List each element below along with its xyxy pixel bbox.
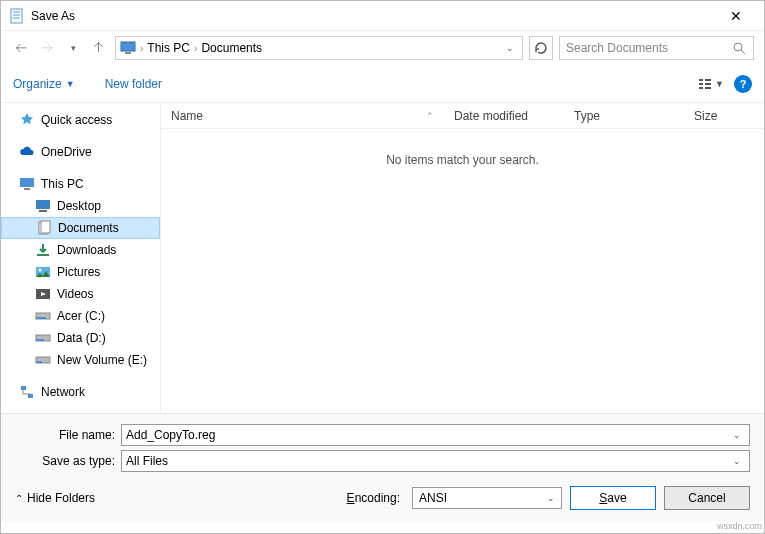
empty-message: No items match your search.: [161, 129, 764, 413]
svg-rect-20: [37, 254, 49, 256]
encoding-select[interactable]: ANSI ⌄: [412, 487, 562, 509]
svg-rect-8: [699, 79, 703, 81]
filename-label: File name:: [15, 428, 115, 442]
breadcrumb-folder[interactable]: Documents: [201, 41, 262, 55]
svg-rect-9: [699, 83, 703, 85]
svg-rect-13: [705, 87, 711, 89]
tree-downloads[interactable]: Downloads: [1, 239, 160, 261]
documents-icon: [36, 220, 52, 236]
svg-rect-12: [705, 83, 711, 85]
svg-rect-0: [11, 9, 22, 23]
svg-rect-16: [36, 200, 50, 209]
filename-dropdown-icon[interactable]: ⌄: [729, 430, 745, 440]
tree-desktop[interactable]: Desktop: [1, 195, 160, 217]
desktop-icon: [35, 198, 51, 214]
svg-rect-25: [36, 317, 46, 319]
filename-input[interactable]: [126, 428, 729, 442]
chevron-down-icon: ▼: [66, 79, 75, 89]
column-date[interactable]: Date modified: [444, 109, 564, 123]
pictures-icon: [35, 264, 51, 280]
hide-folders-button[interactable]: ⌃ Hide Folders: [15, 491, 95, 505]
pc-icon: [19, 176, 35, 192]
drive-icon: [35, 352, 51, 368]
organize-menu[interactable]: Organize ▼: [13, 77, 75, 91]
svg-rect-31: [28, 394, 33, 398]
encoding-dropdown-icon[interactable]: ⌄: [547, 493, 555, 503]
view-options-button[interactable]: ▼: [697, 76, 724, 92]
column-headers[interactable]: Name⌃ Date modified Type Size: [161, 103, 764, 129]
drive-icon: [35, 330, 51, 346]
forward-button[interactable]: 🡢: [37, 38, 57, 58]
navigation-tree[interactable]: Quick access OneDrive This PC Desktop Do…: [1, 103, 161, 413]
filetype-select[interactable]: All Files ⌄: [121, 450, 750, 472]
tree-this-pc[interactable]: This PC: [1, 173, 160, 195]
tree-drive-e[interactable]: New Volume (E:): [1, 349, 160, 371]
address-bar[interactable]: › This PC › Documents ⌄: [115, 36, 523, 60]
tree-quick-access[interactable]: Quick access: [1, 109, 160, 131]
up-button[interactable]: 🡡: [89, 38, 109, 58]
watermark: wsxdn.com: [717, 521, 762, 531]
sort-asc-icon: ⌃: [426, 111, 434, 121]
chevron-up-icon: ⌃: [15, 493, 23, 504]
tree-drive-c[interactable]: Acer (C:): [1, 305, 160, 327]
cancel-button[interactable]: Cancel: [664, 486, 750, 510]
column-type[interactable]: Type: [564, 109, 684, 123]
chevron-right-icon: ›: [192, 43, 199, 54]
svg-rect-29: [36, 361, 42, 363]
breadcrumb-root[interactable]: This PC: [147, 41, 190, 55]
downloads-icon: [35, 242, 51, 258]
cloud-icon: [19, 144, 35, 160]
svg-rect-15: [24, 188, 30, 190]
new-folder-button[interactable]: New folder: [105, 77, 162, 91]
svg-rect-4: [121, 42, 135, 51]
chevron-down-icon: ▼: [715, 79, 724, 89]
filetype-label: Save as type:: [15, 454, 115, 468]
tree-pictures[interactable]: Pictures: [1, 261, 160, 283]
videos-icon: [35, 286, 51, 302]
window-title: Save As: [31, 9, 716, 23]
svg-rect-11: [705, 79, 711, 81]
svg-rect-30: [21, 386, 26, 390]
tree-onedrive[interactable]: OneDrive: [1, 141, 160, 163]
svg-line-7: [741, 50, 745, 54]
tree-drive-d[interactable]: Data (D:): [1, 327, 160, 349]
list-view-icon: [697, 76, 713, 92]
help-button[interactable]: ?: [734, 75, 752, 93]
refresh-icon: [533, 40, 549, 56]
svg-point-6: [734, 43, 742, 51]
tree-network[interactable]: Network: [1, 381, 160, 403]
tree-documents[interactable]: Documents: [1, 217, 160, 239]
search-input[interactable]: Search Documents: [559, 36, 754, 60]
svg-rect-17: [39, 210, 47, 212]
filetype-dropdown-icon[interactable]: ⌄: [729, 456, 745, 466]
address-dropdown-icon[interactable]: ⌄: [506, 43, 518, 53]
search-placeholder: Search Documents: [566, 41, 731, 55]
pc-icon: [120, 40, 136, 56]
svg-rect-14: [20, 178, 34, 187]
svg-rect-19: [41, 221, 50, 233]
filename-field[interactable]: ⌄: [121, 424, 750, 446]
drive-icon: [35, 308, 51, 324]
close-button[interactable]: ✕: [716, 8, 756, 24]
tree-videos[interactable]: Videos: [1, 283, 160, 305]
svg-point-22: [39, 269, 42, 272]
refresh-button[interactable]: [529, 36, 553, 60]
recent-dropdown[interactable]: ▾: [63, 38, 83, 58]
chevron-right-icon: ›: [138, 43, 145, 54]
column-name[interactable]: Name⌃: [161, 109, 444, 123]
column-size[interactable]: Size: [684, 109, 764, 123]
search-icon: [731, 40, 747, 56]
svg-rect-5: [125, 52, 131, 54]
svg-rect-27: [36, 339, 44, 341]
encoding-label: EEncoding:ncoding:: [347, 491, 400, 505]
network-icon: [19, 384, 35, 400]
save-button[interactable]: Save: [570, 486, 656, 510]
notepad-icon: [9, 8, 25, 24]
back-button[interactable]: 🡠: [11, 38, 31, 58]
svg-rect-10: [699, 87, 703, 89]
star-icon: [19, 112, 35, 128]
